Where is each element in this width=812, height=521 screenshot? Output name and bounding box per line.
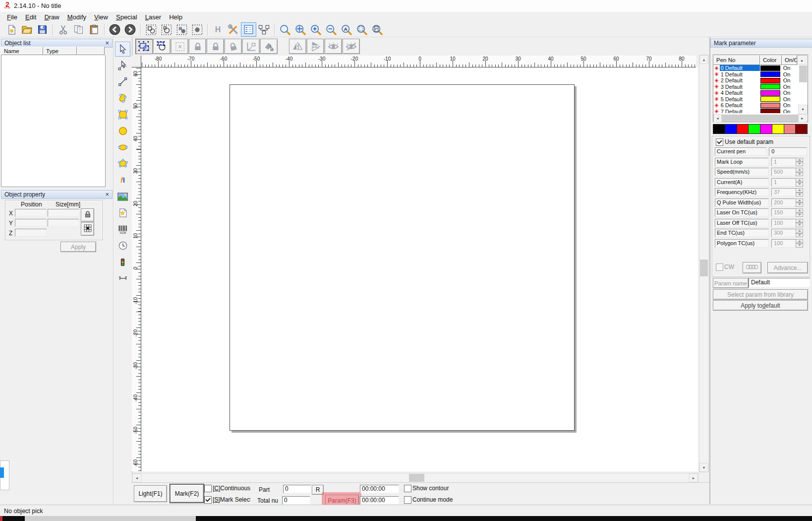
scroll-right-icon[interactable]: ► <box>689 473 698 482</box>
object-list-column-blank[interactable] <box>77 47 105 55</box>
zoom-all-button[interactable]: A <box>339 22 354 37</box>
rectangle-tool-button[interactable] <box>115 107 130 122</box>
output-tool-button[interactable] <box>115 271 130 286</box>
barcode-tool-button[interactable]: 01236 <box>115 222 130 237</box>
scroll-up-icon[interactable]: ▲ <box>699 55 708 64</box>
zoom-normal-button[interactable] <box>277 22 292 37</box>
spinner[interactable] <box>796 208 803 217</box>
menu-edit[interactable]: Edit <box>21 12 40 22</box>
menu-view[interactable]: View <box>90 12 112 22</box>
open-button[interactable] <box>19 22 35 37</box>
pen-no-column-header[interactable]: Pen No <box>713 55 760 65</box>
param-value-field[interactable]: 1 <box>771 158 803 166</box>
select-shapes-button[interactable] <box>143 22 159 37</box>
pen-scroll-right-icon[interactable]: ► <box>798 114 807 123</box>
param-value-field[interactable]: 37 <box>771 188 803 196</box>
spinner[interactable] <box>796 178 803 187</box>
object-list-close-icon[interactable]: × <box>105 41 109 46</box>
spinner[interactable] <box>796 219 803 227</box>
polygon-tool-button[interactable] <box>115 156 130 171</box>
delay-tool-button[interactable] <box>115 238 130 253</box>
spinner[interactable] <box>796 158 803 166</box>
pen-row[interactable]: 7 DefaultOn <box>713 109 798 114</box>
pen-hscrollbar[interactable]: ◄ ► <box>713 114 807 122</box>
hide-preview-button[interactable] <box>343 39 360 54</box>
pen-row[interactable]: 2 DefaultOn <box>713 77 798 84</box>
spinner[interactable] <box>796 198 803 207</box>
select-tool-button[interactable] <box>115 42 130 57</box>
curve-tool-button[interactable] <box>115 91 130 106</box>
lock-button[interactable] <box>189 39 206 54</box>
object-list-body[interactable] <box>1 55 106 187</box>
on-off-column-header[interactable]: On/O <box>782 55 797 65</box>
palette-color-swatch[interactable] <box>795 124 808 134</box>
palette-color-swatch[interactable] <box>713 124 725 134</box>
pen-row[interactable]: 6 DefaultOn <box>713 102 798 109</box>
node-graph-button[interactable] <box>256 22 272 37</box>
menu-file[interactable]: File <box>3 12 21 22</box>
ellipse-tool-button[interactable] <box>115 140 130 155</box>
spinner[interactable] <box>796 229 803 237</box>
palette-color-swatch[interactable] <box>748 124 760 134</box>
param-value-field[interactable]: 500 <box>771 168 803 176</box>
spinner[interactable] <box>796 168 803 176</box>
param-value-field[interactable]: 1 <box>771 178 803 187</box>
pen-scroll-left-icon[interactable]: ◄ <box>713 114 722 123</box>
transform-scale-button[interactable] <box>135 39 153 54</box>
param-value-field[interactable]: 200 <box>771 198 803 207</box>
spinner[interactable] <box>796 188 803 196</box>
advance-button[interactable]: Advance... <box>767 262 808 273</box>
palette-color-swatch[interactable] <box>772 124 784 134</box>
zoom-page-button[interactable]: P <box>369 22 385 37</box>
zoom-selection-button[interactable] <box>354 22 369 37</box>
show-contour-checkbox[interactable] <box>404 485 411 492</box>
param-value-field[interactable]: 100 <box>771 239 803 248</box>
scroll-down-icon[interactable]: ▼ <box>699 463 708 472</box>
x-position-field[interactable] <box>15 209 47 217</box>
apply-to-default-button[interactable]: Apply to default <box>713 300 808 311</box>
save-button[interactable] <box>35 22 50 37</box>
pen-row[interactable]: 0 DefaultOn <box>713 65 798 71</box>
object-list-column-name[interactable]: Name <box>1 47 43 55</box>
put-to-origin-button[interactable] <box>242 39 260 54</box>
cut-button[interactable] <box>56 22 71 37</box>
spinner[interactable] <box>796 239 803 248</box>
param-value-field[interactable]: 100 <box>771 219 803 227</box>
canvas-vscrollbar[interactable]: ▲ ▼ <box>699 55 709 472</box>
line-tool-button[interactable] <box>115 74 130 89</box>
y-size-field[interactable] <box>48 219 79 227</box>
use-default-param-checkbox[interactable] <box>716 138 723 146</box>
fill-button[interactable] <box>260 39 278 54</box>
cw-checkbox[interactable] <box>716 263 723 271</box>
forward-button[interactable] <box>122 22 138 37</box>
param-name-field[interactable]: Default <box>749 278 810 287</box>
palette-color-swatch[interactable] <box>760 124 772 134</box>
param-value-field[interactable]: 150 <box>771 208 803 217</box>
bitmap-tool-button[interactable] <box>115 189 130 204</box>
menu-modify[interactable]: Modify <box>63 12 90 22</box>
y-position-field[interactable] <box>15 219 47 227</box>
node-edit-tool-button[interactable] <box>115 58 130 73</box>
light-button[interactable]: Light(F1) <box>134 485 167 502</box>
palette-color-swatch[interactable] <box>725 124 737 134</box>
vscroll-thumb[interactable] <box>700 260 708 276</box>
wobble-button[interactable] <box>743 262 761 273</box>
mirror-vertical-button[interactable] <box>307 39 324 54</box>
work-area[interactable] <box>230 84 575 431</box>
select-node-button[interactable] <box>159 22 174 37</box>
select-point-button[interactable] <box>189 22 205 37</box>
scroll-left-icon[interactable]: ◄ <box>132 473 141 482</box>
zoom-out-button[interactable] <box>323 22 339 37</box>
tools-button[interactable] <box>226 22 241 37</box>
back-button[interactable] <box>107 22 122 37</box>
continue-mode-checkbox[interactable] <box>404 496 411 504</box>
param-value-field[interactable]: 0 <box>769 147 807 156</box>
hscroll-thumb[interactable] <box>409 474 424 482</box>
transform-rotate-button[interactable] <box>153 39 171 54</box>
part-count-field[interactable]: 0 <box>283 485 311 493</box>
object-list-toggle-button[interactable] <box>241 22 256 37</box>
select-solid-button[interactable] <box>174 22 189 37</box>
pen-row[interactable]: 1 DefaultOn <box>713 71 798 78</box>
select-param-library-button[interactable]: Select param from library <box>713 289 808 300</box>
copy-button[interactable] <box>71 22 86 37</box>
